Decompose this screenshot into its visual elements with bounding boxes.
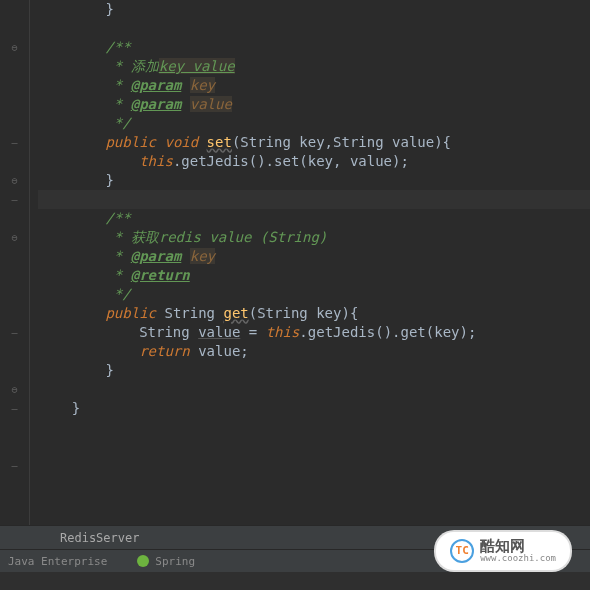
gutter-dash-icon: —: [0, 399, 29, 418]
code-line: * 添加key value: [38, 57, 590, 76]
code-line: String value = this.getJedis().get(key);: [38, 323, 590, 342]
spring-icon: [137, 555, 149, 567]
tool-spring-label: Spring: [155, 555, 195, 568]
tool-java-enterprise[interactable]: Java Enterprise: [8, 555, 107, 568]
gutter-dash-icon: —: [0, 456, 29, 475]
watermark-en: www.coozhi.com: [480, 554, 556, 564]
code-line: /**: [38, 209, 590, 228]
caret-line: [38, 190, 590, 209]
code-content[interactable]: } /** * 添加key value * @param key * @para…: [30, 0, 590, 525]
code-line: * @param key: [38, 247, 590, 266]
fold-icon[interactable]: ⊖: [0, 38, 29, 57]
editor-area: ⊖ — ⊖ — ⊖ — ⊖ — — } /** * 添加key value: [0, 0, 590, 525]
code-line: return value;: [38, 342, 590, 361]
code-line: }: [38, 0, 590, 19]
tool-spring[interactable]: Spring: [137, 555, 195, 568]
code-line: /**: [38, 38, 590, 57]
fold-icon[interactable]: ⊖: [0, 228, 29, 247]
code-line: * 获取redis value (String): [38, 228, 590, 247]
code-line: public void set(String key,String value)…: [38, 133, 590, 152]
code-line: * @return: [38, 266, 590, 285]
gutter-dash-icon: —: [0, 133, 29, 152]
watermark: TC 酷知网 www.coozhi.com: [436, 532, 570, 570]
fold-icon[interactable]: ⊖: [0, 171, 29, 190]
watermark-cn: 酷知网: [480, 538, 556, 555]
code-line: }: [38, 399, 590, 418]
fold-icon[interactable]: ⊖: [0, 380, 29, 399]
code-line: * @param value: [38, 95, 590, 114]
code-line: */: [38, 285, 590, 304]
status-bar: [0, 572, 590, 590]
code-line: * @param key: [38, 76, 590, 95]
watermark-logo-icon: TC: [450, 539, 474, 563]
code-line: }: [38, 171, 590, 190]
code-line: this.getJedis().set(key, value);: [38, 152, 590, 171]
gutter-dash-icon: —: [0, 323, 29, 342]
code-line: */: [38, 114, 590, 133]
code-line: }: [38, 361, 590, 380]
code-line: [38, 380, 590, 399]
code-line: [38, 19, 590, 38]
gutter-dash-icon: —: [0, 190, 29, 209]
breadcrumb-item[interactable]: RedisServer: [50, 531, 149, 545]
code-line: public String get(String key){: [38, 304, 590, 323]
gutter: ⊖ — ⊖ — ⊖ — ⊖ — —: [0, 0, 30, 525]
